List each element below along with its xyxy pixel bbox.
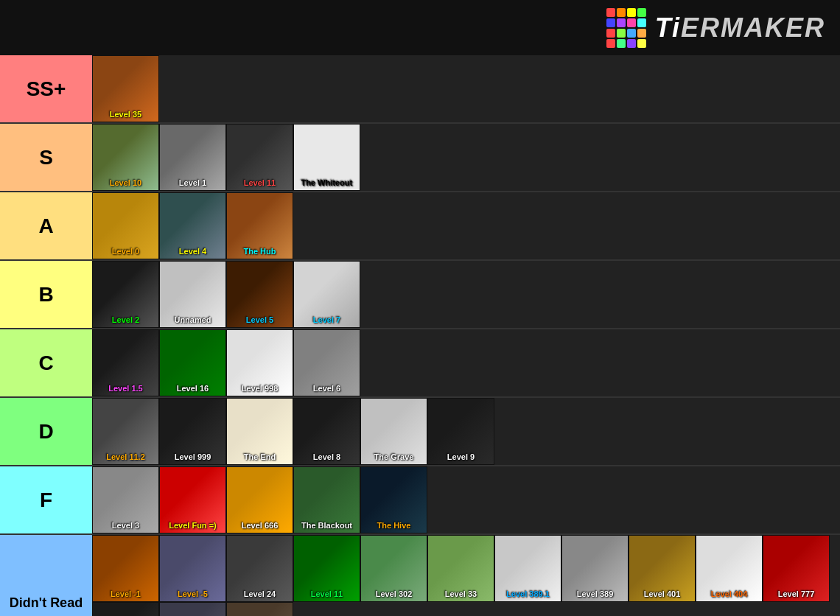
tier-items-ss: Level 35 bbox=[92, 55, 840, 122]
tier-items-dr: Level -1Level -5Level 24Level 11Level 30… bbox=[92, 535, 840, 616]
item-bg-level807 bbox=[227, 603, 293, 616]
app-container: TiERMAKER SS+Level 35SLevel 10Level 1Lev… bbox=[0, 0, 840, 616]
logo-cell-0 bbox=[606, 8, 615, 17]
logo-cell-6 bbox=[627, 18, 636, 27]
tier-item-grave[interactable]: The Grave bbox=[360, 398, 427, 465]
item-label-level3: Level 3 bbox=[93, 521, 158, 530]
item-label-blackout: The Blackout bbox=[294, 521, 360, 530]
tier-item-level1[interactable]: Level 1 bbox=[159, 124, 226, 191]
logo-cell-7 bbox=[637, 18, 646, 27]
tier-item-levelm5[interactable]: Level -5 bbox=[159, 535, 226, 602]
tier-row-dr: Didn't ReadLevel -1Level -5Level 24Level… bbox=[0, 535, 840, 616]
logo-cell-13 bbox=[617, 39, 626, 48]
logo-cell-10 bbox=[627, 29, 636, 38]
item-bg-level700 bbox=[160, 603, 225, 616]
item-label-level15: Level 1.5 bbox=[93, 384, 158, 393]
item-label-level33: Level 33 bbox=[428, 589, 494, 598]
tier-items-s: Level 10Level 1Level 11The Whiteout bbox=[92, 124, 840, 191]
tier-list: SS+Level 35SLevel 10Level 1Level 11The W… bbox=[0, 55, 840, 616]
tier-label-b: B bbox=[0, 261, 92, 328]
logo-cell-11 bbox=[637, 29, 646, 38]
tier-item-level16[interactable]: Level 16 bbox=[159, 329, 226, 396]
logo-cell-15 bbox=[637, 39, 646, 48]
tier-item-level777[interactable]: Level 777 bbox=[763, 535, 830, 602]
tier-item-level112[interactable]: Level 11.2 bbox=[92, 398, 159, 465]
tier-label-ss: SS+ bbox=[0, 55, 92, 122]
tier-item-level998[interactable]: Level 998 bbox=[226, 329, 293, 396]
tier-item-level9[interactable]: Level 9 bbox=[427, 398, 494, 465]
logo-cell-9 bbox=[617, 29, 626, 38]
item-label-level0: Level 0 bbox=[93, 247, 158, 256]
tier-row-b: BLevel 2UnnamedLevel 5Level 7 bbox=[0, 261, 840, 329]
logo-cell-3 bbox=[637, 8, 646, 17]
item-label-level998: Level 998 bbox=[227, 384, 293, 393]
item-label-hub: The Hub bbox=[227, 247, 293, 256]
tier-item-level401[interactable]: Level 401 bbox=[629, 535, 696, 602]
item-label-level9: Level 9 bbox=[428, 452, 494, 461]
tiermaker-logo: TiERMAKER bbox=[606, 8, 825, 48]
tier-item-end[interactable]: The End bbox=[226, 398, 293, 465]
tier-label-d: D bbox=[0, 398, 92, 465]
tier-item-level11b[interactable]: Level 11 bbox=[293, 535, 360, 602]
item-label-unnamed: Unnamed bbox=[160, 315, 225, 324]
item-bg-garden bbox=[93, 603, 158, 616]
header: TiERMAKER bbox=[0, 0, 840, 55]
tier-items-d: Level 11.2Level 999The EndLevel 8The Gra… bbox=[92, 398, 840, 465]
tier-item-level999[interactable]: Level 999 bbox=[159, 398, 226, 465]
tier-item-level3[interactable]: Level 3 bbox=[92, 466, 159, 533]
logo-cell-2 bbox=[627, 8, 636, 17]
logo-cell-5 bbox=[617, 18, 626, 27]
tier-item-unnamed[interactable]: Unnamed bbox=[159, 261, 226, 328]
tier-item-level404[interactable]: Level 404 bbox=[696, 535, 763, 602]
tier-item-level302[interactable]: Level 302 bbox=[360, 535, 427, 602]
tier-item-levelfun[interactable]: Level Fun =) bbox=[159, 466, 226, 533]
tier-item-level24[interactable]: Level 24 bbox=[226, 535, 293, 602]
tier-item-level8[interactable]: Level 8 bbox=[293, 398, 360, 465]
tier-items-b: Level 2UnnamedLevel 5Level 7 bbox=[92, 261, 840, 328]
tier-item-level2[interactable]: Level 2 bbox=[92, 261, 159, 328]
tier-item-whiteout[interactable]: The Whiteout bbox=[293, 124, 360, 191]
tier-item-level389a[interactable]: Level 389.1 bbox=[494, 535, 561, 602]
item-label-levelm5: Level -5 bbox=[160, 589, 225, 598]
item-label-level4: Level 4 bbox=[160, 247, 225, 256]
tier-item-blackout[interactable]: The Blackout bbox=[293, 466, 360, 533]
tier-item-level5[interactable]: Level 5 bbox=[226, 261, 293, 328]
item-label-hive: The Hive bbox=[361, 521, 427, 530]
item-label-level6: Level 6 bbox=[294, 384, 360, 393]
tier-item-level0[interactable]: Level 0 bbox=[92, 192, 159, 259]
tier-items-a: Level 0Level 4The Hub bbox=[92, 192, 840, 259]
tier-item-hive[interactable]: The Hive bbox=[360, 466, 427, 533]
tier-item-level700[interactable]: Level 700 bbox=[159, 602, 226, 616]
tier-item-level33[interactable]: Level 33 bbox=[427, 535, 494, 602]
logo-cell-8 bbox=[606, 29, 615, 38]
item-label-whiteout: The Whiteout bbox=[294, 178, 360, 187]
tier-item-level807[interactable]: Level 807 bbox=[226, 602, 293, 616]
tier-row-f: FLevel 3Level Fun =)Level 666The Blackou… bbox=[0, 466, 840, 535]
tier-item-levelm1[interactable]: Level -1 bbox=[92, 535, 159, 602]
tier-item-level666[interactable]: Level 666 bbox=[226, 466, 293, 533]
item-label-level112: Level 11.2 bbox=[93, 452, 158, 461]
tier-label-c: C bbox=[0, 329, 92, 396]
tier-item-level10[interactable]: Level 10 bbox=[92, 124, 159, 191]
tier-item-garden[interactable]: The Garden bbox=[92, 602, 159, 616]
tier-item-level4[interactable]: Level 4 bbox=[159, 192, 226, 259]
item-label-levelfun: Level Fun =) bbox=[160, 521, 225, 530]
item-label-levelm1: Level -1 bbox=[93, 589, 158, 598]
tier-item-level7[interactable]: Level 7 bbox=[293, 261, 360, 328]
item-label-level35: Level 35 bbox=[93, 110, 158, 119]
item-label-level11: Level 11 bbox=[227, 178, 293, 187]
tier-row-a: ALevel 0Level 4The Hub bbox=[0, 192, 840, 261]
item-label-level389a: Level 389.1 bbox=[495, 589, 561, 598]
logo-cell-12 bbox=[606, 39, 615, 48]
tier-row-d: DLevel 11.2Level 999The EndLevel 8The Gr… bbox=[0, 398, 840, 466]
item-label-end: The End bbox=[227, 452, 293, 461]
tier-item-hub[interactable]: The Hub bbox=[226, 192, 293, 259]
tier-item-level15[interactable]: Level 1.5 bbox=[92, 329, 159, 396]
tier-item-level389[interactable]: Level 389 bbox=[561, 535, 629, 602]
item-label-level10: Level 10 bbox=[93, 178, 158, 187]
tier-item-level6[interactable]: Level 6 bbox=[293, 329, 360, 396]
item-label-level8: Level 8 bbox=[294, 452, 360, 461]
tier-item-level35[interactable]: Level 35 bbox=[92, 55, 159, 122]
tier-item-level11[interactable]: Level 11 bbox=[226, 124, 293, 191]
logo-grid-icon bbox=[606, 8, 646, 48]
